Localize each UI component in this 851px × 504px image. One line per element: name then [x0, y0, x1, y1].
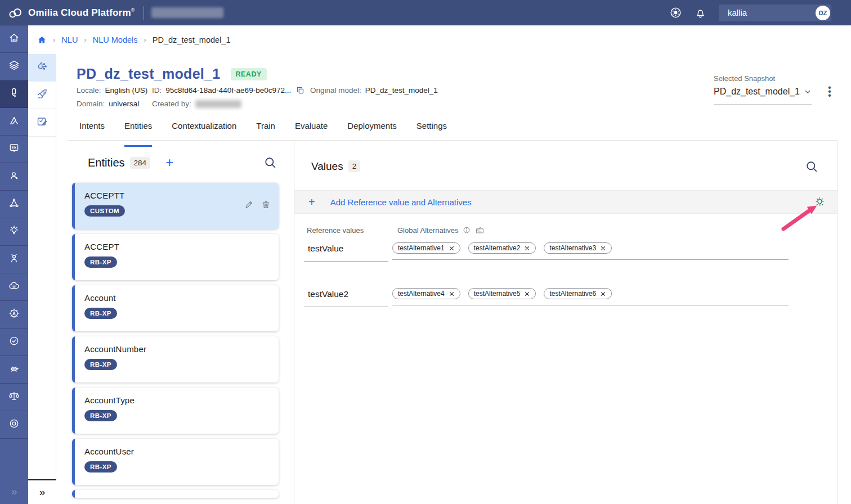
snapshot-dropdown[interactable]: PD_dz_test_model_1	[714, 87, 812, 105]
sidebar-item-support[interactable]	[0, 411, 28, 439]
entity-card[interactable]: AccountUser RB-XP	[72, 439, 279, 485]
sidebar-item-automation[interactable]	[0, 301, 28, 328]
avatar[interactable]: DZ	[816, 6, 830, 20]
sidebar-item-compliance[interactable]	[0, 384, 28, 411]
alternative-chip-label: testAlternative2	[474, 244, 521, 252]
brand-trademark: ®	[131, 7, 135, 13]
nlu-icon	[8, 87, 20, 101]
values-table: Reference values Global Alternatives tes…	[294, 214, 837, 307]
topbar-divider	[144, 6, 144, 20]
remove-alternative-icon[interactable]	[600, 291, 606, 297]
entity-name: AccountUser	[84, 447, 271, 456]
primary-sidebar: »	[0, 25, 28, 504]
entity-card[interactable]: Account RB-XP	[72, 285, 279, 331]
values-title: Values	[311, 160, 343, 173]
secondary-sidebar: »	[28, 54, 56, 504]
breadcrumb-link-nlu[interactable]: NLU	[61, 35, 78, 44]
sidebar-item-cloud[interactable]	[0, 273, 28, 301]
sidebar-item-layers[interactable]	[0, 53, 28, 80]
remove-alternative-icon[interactable]	[449, 245, 455, 251]
alternative-chip[interactable]: testAlternative3	[544, 242, 612, 254]
alternative-chip[interactable]: testAlternative1	[392, 242, 460, 254]
entity-card[interactable]: AccountType RB-XP	[72, 388, 279, 434]
alternatives-field[interactable]: testAlternative1 testAlternative2 testAl…	[392, 242, 789, 260]
remove-alternative-icon[interactable]	[524, 245, 530, 251]
values-search-icon[interactable]	[805, 160, 818, 173]
reference-value-input[interactable]: testValue2	[304, 288, 388, 307]
alternative-chip[interactable]: testAlternative6	[544, 288, 612, 299]
entity-card-partial[interactable]	[72, 490, 279, 498]
collapse-primary-sidebar[interactable]: »	[0, 479, 28, 504]
entity-card[interactable]: ACCEPTT CUSTOM	[72, 183, 279, 229]
sidebar-item-design[interactable]	[0, 108, 28, 136]
copy-id-icon[interactable]	[296, 86, 304, 94]
tab-evaluate[interactable]: Evaluate	[295, 121, 328, 140]
value-row: testValue2 testAlternative4 testAlternat…	[307, 288, 837, 307]
sidebar-item-annotation[interactable]	[28, 109, 56, 137]
remove-alternative-icon[interactable]	[449, 291, 455, 297]
domain-field: Domain:universal	[77, 100, 152, 108]
alternative-chip-label: testAlternative4	[398, 290, 445, 298]
help-icon[interactable]	[669, 6, 682, 19]
add-reference-value-link[interactable]: Add Reference value and Alternatives	[330, 197, 472, 207]
entity-type-badge: RB-XP	[84, 308, 117, 319]
sidebar-item-deploy[interactable]	[28, 82, 56, 109]
entities-search-icon[interactable]	[263, 156, 277, 169]
values-panel: Values 2 + Add Reference value and Alter…	[294, 141, 837, 504]
entities-panel: Entities 284 + ACCEPTT CUSTOM ACCEPT RB-…	[68, 141, 294, 504]
nlu-brain-icon	[36, 61, 48, 74]
sidebar-item-insights[interactable]	[0, 218, 28, 246]
sidebar-item-nlu[interactable]	[0, 80, 28, 108]
edit-entity-icon[interactable]	[244, 200, 254, 209]
entity-type-badge: RB-XP	[84, 256, 117, 268]
snapshot-value: PD_dz_test_model_1	[714, 87, 800, 97]
sidebar-item-nlu-models[interactable]	[28, 54, 56, 82]
entity-card[interactable]: AccountNumber RB-XP	[72, 336, 279, 382]
remove-alternative-icon[interactable]	[524, 291, 530, 297]
collapse-secondary-sidebar[interactable]: »	[28, 479, 56, 504]
snapshot-menu-button[interactable]: •••	[826, 86, 833, 97]
tab-entities[interactable]: Entities	[124, 121, 152, 140]
remove-alternative-icon[interactable]	[600, 245, 606, 251]
sidebar-item-network[interactable]	[0, 191, 28, 218]
app-window: Omilia Cloud Platform® kallia DZ	[0, 0, 851, 504]
breadcrumb-home-icon[interactable]	[37, 35, 47, 44]
entity-card[interactable]: ACCEPT RB-XP	[72, 234, 279, 280]
keyboard-icon[interactable]	[475, 226, 485, 235]
reference-value: testValue	[308, 244, 343, 253]
tab-deployments[interactable]: Deployments	[347, 121, 397, 140]
layers-icon	[8, 60, 20, 73]
entities-title: Entities	[88, 156, 125, 169]
snapshot-label: Selected Snapshot	[714, 74, 812, 83]
alternative-chip-label: testAlternative3	[549, 244, 596, 252]
tab-train[interactable]: Train	[256, 121, 275, 140]
tab-contextualization[interactable]: Contextualization	[172, 121, 236, 140]
sidebar-item-home[interactable]	[0, 25, 28, 53]
sidebar-item-assistant[interactable]	[0, 246, 28, 273]
breadcrumb-link-nlu-models[interactable]: NLU Models	[93, 35, 138, 44]
notifications-icon[interactable]	[695, 7, 706, 19]
breadcrumb-separator: ›	[84, 35, 86, 44]
add-entity-button[interactable]: +	[165, 157, 173, 168]
sidebar-item-widget[interactable]	[0, 136, 28, 163]
user-menu[interactable]: kallia DZ	[719, 4, 831, 21]
sidebar-item-turtle[interactable]	[0, 356, 28, 384]
original-model-field: Original model:PD_dz_test_model_1	[310, 86, 438, 94]
tab-settings[interactable]: Settings	[416, 121, 447, 140]
add-value-plus-icon[interactable]: +	[308, 196, 315, 209]
tab-intents[interactable]: Intents	[79, 121, 105, 140]
lifebuoy-icon	[8, 418, 20, 431]
alternatives-field[interactable]: testAlternative4 testAlternative5 testAl…	[392, 288, 789, 305]
entity-name: AccountType	[84, 395, 271, 405]
entity-name: ACCEPT	[84, 242, 271, 251]
hint-bulb-icon[interactable]	[814, 196, 826, 208]
reference-value-input[interactable]: testValue	[304, 242, 388, 262]
alternative-chip[interactable]: testAlternative2	[468, 242, 536, 254]
sidebar-item-quality[interactable]	[0, 328, 28, 356]
alternative-chip[interactable]: testAlternative5	[468, 288, 536, 299]
alternative-chip[interactable]: testAlternative4	[392, 288, 460, 299]
delete-entity-icon[interactable]	[261, 200, 271, 209]
sidebar-item-agent[interactable]	[0, 163, 28, 191]
info-icon[interactable]	[463, 226, 471, 234]
created-by-field: Created by:	[152, 100, 241, 108]
